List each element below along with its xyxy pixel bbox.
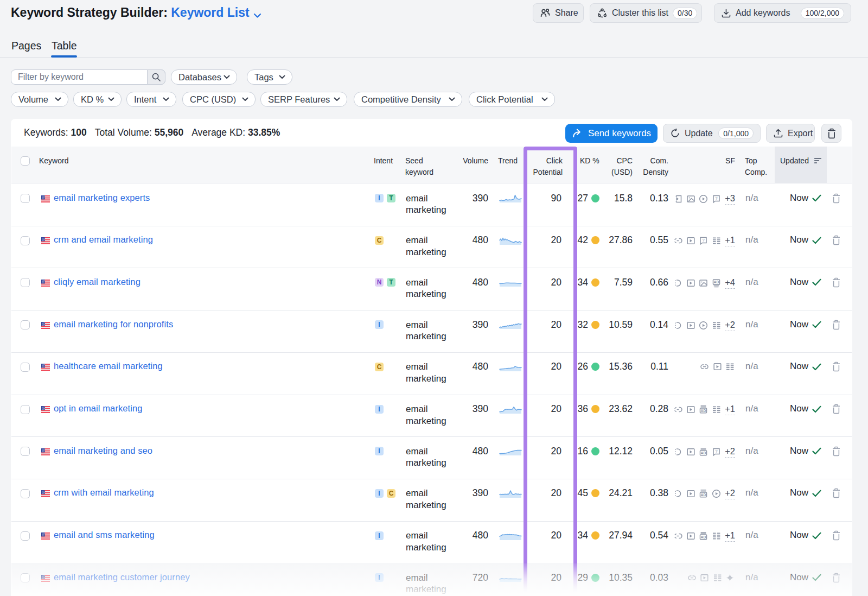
svg-text:AD: AD xyxy=(701,409,706,413)
svg-text:?: ? xyxy=(702,238,705,243)
svg-text:?: ? xyxy=(715,196,718,201)
svg-text:AD: AD xyxy=(713,280,719,284)
svg-text:AD: AD xyxy=(701,451,706,454)
svg-text:?: ? xyxy=(715,449,718,454)
svg-text:AD: AD xyxy=(701,493,706,497)
svg-text:AD: AD xyxy=(701,535,706,539)
